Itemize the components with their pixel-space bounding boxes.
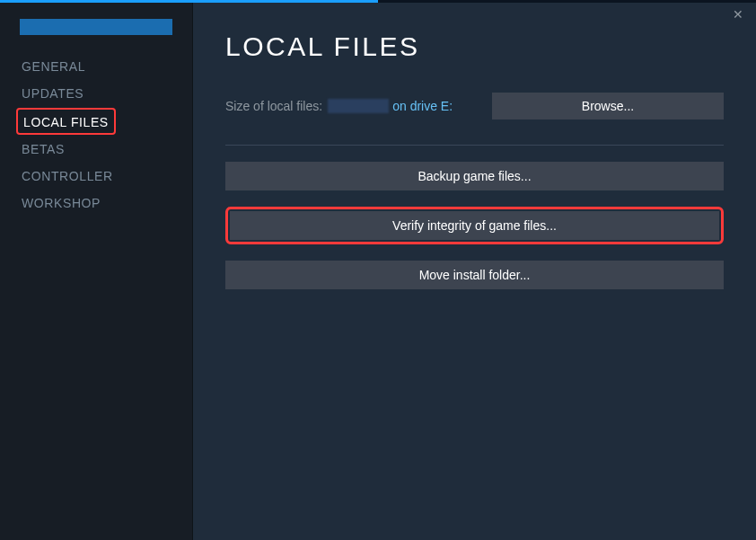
size-value-redacted [328,99,389,113]
sidebar-item-label: BETAS [22,142,65,156]
move-install-folder-button[interactable]: Move install folder... [225,261,724,289]
sidebar-item-label: UPDATES [22,86,84,101]
sidebar-item-controller[interactable]: CONTROLLER [0,163,192,190]
close-icon[interactable]: ✕ [731,7,745,22]
sidebar-item-workshop[interactable]: WORKSHOP [0,190,192,217]
browse-button-label: Browse... [582,99,634,113]
sidebar-item-general[interactable]: GENERAL [0,53,192,80]
sidebar-banner [20,19,172,35]
annotation-highlight-verify: Verify integrity of game files... [225,207,724,244]
verify-integrity-button[interactable]: Verify integrity of game files... [230,211,719,240]
sidebar: GENERAL UPDATES LOCAL FILES BETAS CONTRO… [0,3,193,540]
browse-button[interactable]: Browse... [492,93,724,120]
sidebar-item-betas[interactable]: BETAS [0,136,192,163]
divider [225,145,724,146]
backup-game-files-button[interactable]: Backup game files... [225,162,724,190]
move-button-label: Move install folder... [419,268,531,282]
sidebar-item-label: WORKSHOP [22,196,101,210]
sidebar-item-label: CONTROLLER [22,169,113,183]
sidebar-item-label: LOCAL FILES [23,115,109,129]
annotation-highlight-sidebar: LOCAL FILES [16,108,116,135]
page-title: LOCAL FILES [225,31,724,62]
drive-label: on drive E: [392,99,453,113]
main-panel: LOCAL FILES Size of local files: on driv… [193,3,756,540]
sidebar-item-local-files[interactable]: LOCAL FILES [23,115,109,129]
sidebar-item-label: GENERAL [22,59,85,74]
local-files-info-row: Size of local files: on drive E: Browse.… [225,93,724,120]
top-accent-bar [0,0,756,3]
sidebar-item-updates[interactable]: UPDATES [0,80,192,107]
backup-button-label: Backup game files... [418,169,531,183]
verify-button-label: Verify integrity of game files... [392,218,557,233]
main-container: GENERAL UPDATES LOCAL FILES BETAS CONTRO… [0,0,756,540]
size-label: Size of local files: [225,99,322,113]
